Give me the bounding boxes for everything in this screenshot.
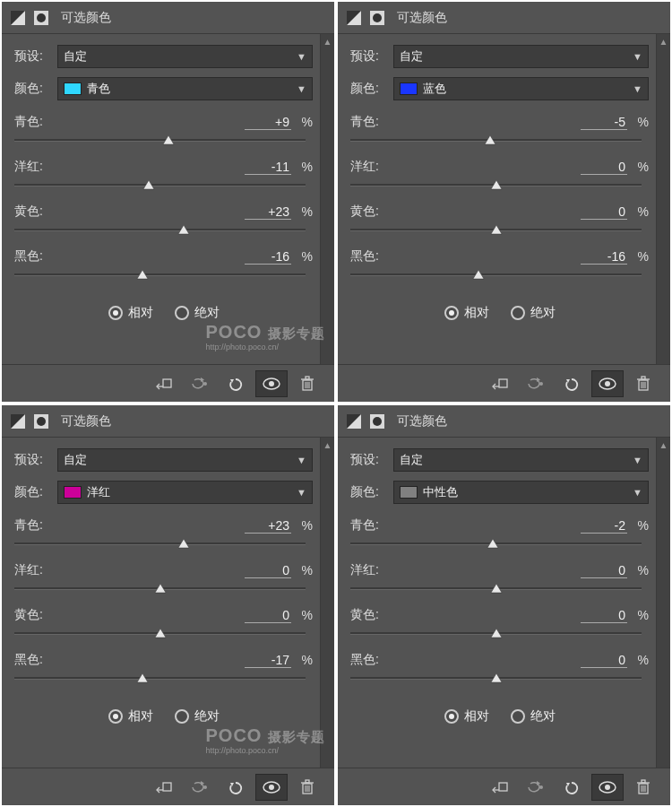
clip-to-layer-button[interactable] (148, 370, 180, 397)
clip-to-layer-button[interactable] (148, 774, 180, 801)
slider-track-cyan[interactable] (14, 134, 306, 145)
toggle-visibility-button[interactable] (591, 774, 624, 801)
scroll-up-icon[interactable]: ▲ (321, 34, 334, 48)
slider-track-cyan[interactable] (14, 538, 306, 549)
reset-button[interactable] (220, 774, 252, 801)
scroll-up-icon[interactable]: ▲ (657, 34, 670, 48)
adjustment-icon[interactable] (345, 412, 363, 430)
slider-thumb-cyan[interactable] (487, 538, 499, 549)
toggle-visibility-button[interactable] (255, 370, 288, 397)
color-dropdown[interactable]: 蓝色 ▼ (393, 77, 649, 100)
slider-value-black[interactable]: 0 (581, 653, 627, 668)
slider-thumb-black[interactable] (490, 672, 503, 683)
adjustment-icon[interactable] (345, 9, 363, 27)
radio-absolute[interactable]: 绝对 (175, 708, 220, 725)
delete-button[interactable] (627, 370, 659, 397)
adjustment-icon[interactable] (9, 412, 27, 430)
slider-thumb-yellow[interactable] (490, 628, 503, 638)
slider-track-yellow[interactable] (350, 224, 642, 235)
view-previous-button[interactable] (184, 774, 216, 801)
view-previous-button[interactable] (520, 370, 552, 397)
mask-icon[interactable] (368, 9, 386, 27)
slider-value-yellow[interactable]: 0 (581, 204, 627, 220)
mask-icon[interactable] (368, 412, 386, 430)
slider-track-magenta[interactable] (350, 583, 642, 594)
adjustment-icon[interactable] (9, 9, 27, 27)
preset-dropdown[interactable]: 自定 ▼ (57, 448, 313, 472)
slider-value-magenta[interactable]: 0 (245, 563, 291, 578)
clip-to-layer-button[interactable] (484, 774, 516, 801)
reset-button[interactable] (556, 774, 588, 801)
slider-track-magenta[interactable] (14, 179, 306, 190)
slider-thumb-cyan[interactable] (484, 134, 496, 145)
delete-button[interactable] (627, 774, 659, 801)
mask-icon[interactable] (32, 412, 50, 430)
color-dropdown[interactable]: 中性色 ▼ (393, 481, 649, 504)
delete-button[interactable] (291, 774, 323, 801)
scroll-up-icon[interactable]: ▲ (657, 438, 670, 452)
slider-value-black[interactable]: -16 (581, 249, 627, 265)
slider-thumb-black[interactable] (472, 269, 485, 280)
scrollbar[interactable]: ▲ (320, 438, 334, 768)
slider-thumb-magenta[interactable] (142, 179, 155, 190)
preset-dropdown[interactable]: 自定 ▼ (57, 45, 313, 68)
slider-thumb-black[interactable] (136, 269, 149, 280)
radio-relative[interactable]: 相对 (108, 305, 153, 321)
slider-track-magenta[interactable] (350, 179, 642, 190)
slider-track-yellow[interactable] (350, 628, 642, 638)
radio-relative[interactable]: 相对 (108, 708, 153, 725)
clip-to-layer-button[interactable] (484, 370, 516, 397)
color-dropdown[interactable]: 洋红 ▼ (57, 481, 313, 504)
slider-value-black[interactable]: -17 (245, 653, 291, 668)
view-previous-button[interactable] (184, 370, 216, 397)
toggle-visibility-button[interactable] (591, 370, 624, 397)
reset-button[interactable] (556, 370, 588, 397)
scrollbar[interactable]: ▲ (656, 438, 670, 768)
slider-value-magenta[interactable]: 0 (581, 160, 627, 175)
slider-thumb-magenta[interactable] (154, 583, 167, 594)
slider-thumb-magenta[interactable] (490, 179, 503, 190)
slider-track-cyan[interactable] (350, 538, 642, 549)
slider-track-magenta[interactable] (14, 583, 306, 594)
slider-value-black[interactable]: -16 (245, 249, 291, 265)
slider-track-black[interactable] (14, 269, 306, 280)
slider-track-black[interactable] (350, 269, 642, 280)
radio-absolute[interactable]: 绝对 (175, 305, 220, 321)
slider-track-cyan[interactable] (350, 134, 642, 145)
scroll-up-icon[interactable]: ▲ (321, 438, 334, 452)
slider-value-cyan[interactable]: -5 (581, 115, 627, 130)
slider-value-magenta[interactable]: 0 (581, 563, 627, 578)
slider-value-yellow[interactable]: 0 (581, 608, 627, 623)
slider-thumb-magenta[interactable] (490, 583, 503, 594)
delete-button[interactable] (291, 370, 323, 397)
slider-value-cyan[interactable]: +9 (245, 115, 291, 130)
slider-thumb-yellow[interactable] (490, 224, 503, 235)
scrollbar[interactable]: ▲ (320, 34, 334, 364)
mask-icon[interactable] (32, 9, 50, 27)
slider-thumb-yellow[interactable] (177, 224, 190, 235)
slider-track-black[interactable] (350, 672, 642, 683)
scrollbar[interactable]: ▲ (656, 34, 670, 364)
slider-value-cyan[interactable]: +23 (245, 518, 291, 534)
slider-thumb-yellow[interactable] (154, 628, 167, 638)
color-dropdown[interactable]: 青色 ▼ (57, 77, 313, 100)
reset-button[interactable] (220, 370, 252, 397)
radio-relative[interactable]: 相对 (444, 708, 489, 725)
view-previous-button[interactable] (520, 774, 552, 801)
radio-relative[interactable]: 相对 (444, 305, 489, 321)
slider-value-magenta[interactable]: -11 (245, 160, 291, 175)
preset-dropdown[interactable]: 自定 ▼ (393, 448, 649, 472)
slider-track-yellow[interactable] (14, 224, 306, 235)
radio-absolute[interactable]: 绝对 (511, 708, 556, 725)
slider-track-yellow[interactable] (14, 628, 306, 638)
slider-value-cyan[interactable]: -2 (581, 518, 627, 534)
preset-dropdown[interactable]: 自定 ▼ (393, 45, 649, 68)
toggle-visibility-button[interactable] (255, 774, 288, 801)
radio-absolute[interactable]: 绝对 (511, 305, 556, 321)
slider-value-yellow[interactable]: +23 (245, 204, 291, 220)
slider-thumb-cyan[interactable] (177, 538, 190, 549)
slider-thumb-cyan[interactable] (162, 134, 175, 145)
slider-thumb-black[interactable] (136, 672, 149, 683)
slider-track-black[interactable] (14, 672, 306, 683)
slider-value-yellow[interactable]: 0 (245, 608, 291, 623)
